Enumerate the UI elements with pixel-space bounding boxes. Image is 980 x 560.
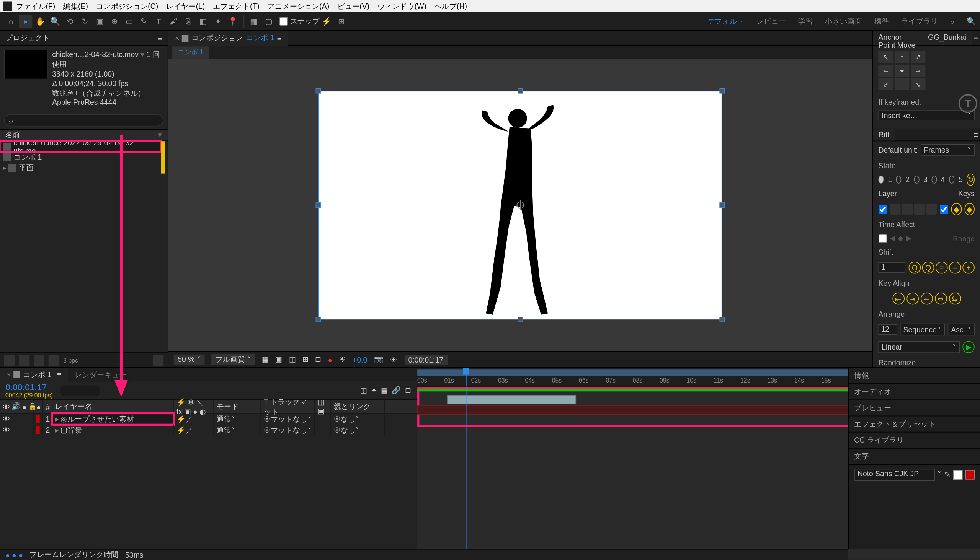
puppet-tool-icon[interactable]: 📍: [226, 15, 240, 28]
state-1-radio[interactable]: [878, 175, 884, 183]
shape-tool-icon[interactable]: ▭: [122, 15, 136, 28]
state-3-radio[interactable]: [914, 175, 919, 183]
channel-icon[interactable]: ●: [328, 355, 333, 363]
transform-handle[interactable]: [316, 317, 321, 322]
timeline-tab-comp[interactable]: × コンポ 1 ≡: [0, 368, 68, 382]
tab-rift[interactable]: Rift: [873, 128, 895, 141]
tl-toggle-icon[interactable]: ▤: [381, 386, 388, 395]
label-swatch[interactable]: [36, 426, 40, 434]
label-swatch[interactable]: [161, 152, 165, 163]
snap-more-icon[interactable]: ⊞: [334, 15, 348, 28]
search-icon[interactable]: 🔍: [967, 17, 976, 26]
exposure-value[interactable]: +0.0: [353, 355, 367, 363]
keys-chip[interactable]: ◆: [964, 203, 975, 215]
disclosure-icon[interactable]: ▸: [3, 164, 7, 173]
font-dropdown-icon[interactable]: ˅: [938, 470, 942, 479]
workspace-library[interactable]: ライブラリ: [901, 16, 938, 26]
footage-thumbnail[interactable]: [4, 50, 48, 79]
keys-checkbox[interactable]: [940, 205, 948, 213]
panel-character[interactable]: 文字: [849, 448, 980, 464]
time-affect-checkbox[interactable]: [878, 234, 887, 243]
timeline-tab-renderqueue[interactable]: レンダーキュー: [68, 368, 134, 382]
panel-info[interactable]: 情報: [849, 367, 980, 383]
panel-menu-icon[interactable]: ≡: [972, 31, 980, 45]
brush-tool-icon[interactable]: 🖌: [167, 15, 180, 28]
shift-btn[interactable]: =: [936, 262, 948, 274]
lock-icon[interactable]: [182, 35, 189, 42]
workspace-learn[interactable]: 学習: [798, 16, 813, 26]
transform-handle[interactable]: [720, 202, 725, 208]
menu-window[interactable]: ウィンドウ(W): [378, 1, 426, 11]
layer-chip[interactable]: [902, 204, 913, 215]
menu-help[interactable]: ヘルプ(H): [435, 1, 467, 11]
workspace-small[interactable]: 小さい画面: [825, 16, 862, 26]
menu-file[interactable]: ファイル(F): [16, 1, 55, 11]
shift-btn[interactable]: −: [949, 262, 961, 274]
panel-preview[interactable]: プレビュー: [849, 399, 980, 415]
trash-icon[interactable]: [153, 355, 164, 365]
close-icon[interactable]: ×: [7, 371, 11, 379]
transform-handle[interactable]: [720, 317, 725, 322]
visibility-toggle[interactable]: 👁: [3, 415, 11, 423]
snap-toggle[interactable]: スナップ: [279, 16, 319, 26]
zoom-tool-icon[interactable]: 🔍: [48, 15, 62, 28]
anchor-r-button[interactable]: →: [911, 65, 926, 77]
state-2-radio[interactable]: [896, 175, 901, 183]
guides-icon[interactable]: ⊡: [315, 355, 321, 364]
menu-edit[interactable]: 編集(E): [63, 1, 88, 11]
anchor-point-icon[interactable]: [516, 200, 525, 210]
current-time-indicator-line[interactable]: [466, 368, 467, 560]
next-icon[interactable]: ▶: [906, 234, 911, 243]
shift-input[interactable]: 1: [878, 262, 905, 273]
layer-chip[interactable]: [890, 204, 900, 215]
new-comp-icon[interactable]: [34, 355, 44, 365]
show-snapshot-icon[interactable]: 👁: [390, 355, 397, 363]
linear-dropdown[interactable]: Linear˅: [878, 341, 960, 353]
tab-anchor-point-move[interactable]: Anchor Point Move: [873, 31, 923, 45]
shift-btn[interactable]: +: [962, 262, 975, 274]
new-folder-icon[interactable]: [19, 355, 30, 365]
orbit-tool-icon[interactable]: ⟲: [63, 15, 77, 28]
align-btn[interactable]: ⇥: [906, 293, 918, 305]
pan-behind-tool-icon[interactable]: ⊕: [107, 15, 121, 28]
home-icon[interactable]: ⌂: [4, 15, 18, 28]
selection-tool-icon[interactable]: ▸: [19, 15, 32, 28]
label-swatch[interactable]: [161, 141, 165, 152]
shy-toggle[interactable]: ⚡: [176, 415, 186, 423]
hand-tool-icon[interactable]: ✋: [34, 15, 47, 28]
refresh-icon[interactable]: ↻: [967, 174, 975, 186]
text-tool-icon[interactable]: T: [152, 15, 166, 28]
anchor-tl-button[interactable]: ↖: [878, 51, 893, 63]
timeline-search-input[interactable]: [60, 385, 100, 396]
composition-canvas[interactable]: [318, 91, 722, 319]
panel-menu-icon[interactable]: ≡: [277, 34, 281, 42]
workspace-review[interactable]: レビュー: [756, 16, 786, 26]
transform-handle[interactable]: [720, 88, 725, 93]
grid-icon[interactable]: ⊞: [303, 355, 309, 364]
align-btn[interactable]: ⇆: [948, 293, 961, 305]
interpret-footage-icon[interactable]: [4, 355, 15, 365]
fill-color-swatch[interactable]: [953, 470, 963, 479]
sort-icon[interactable]: ▾: [158, 131, 162, 140]
toggle-transparency-icon[interactable]: ▦: [262, 355, 269, 364]
asc-dropdown[interactable]: Asc˅: [948, 323, 975, 336]
menu-composition[interactable]: コンポジション(C): [96, 1, 158, 11]
transform-handle[interactable]: [316, 88, 321, 93]
timeline-layer-row-2[interactable]: 👁 2 ▸▢ 背景 ⚡ ／ 通常 ˅ ☉ マットなし ˅ ☉ なし ˅: [0, 424, 416, 435]
marker-icon[interactable]: ◆: [898, 234, 903, 243]
panel-menu-icon[interactable]: ≡: [158, 34, 162, 42]
snap-checkbox[interactable]: [279, 17, 288, 26]
anchor-bl-button[interactable]: ↙: [878, 78, 893, 90]
menu-layer[interactable]: レイヤー(L): [166, 1, 205, 11]
panel-menu-icon[interactable]: ≡: [57, 371, 61, 379]
fx-toggle[interactable]: ／: [186, 425, 193, 435]
snap-opts-icon[interactable]: ⚡: [319, 15, 333, 28]
preview-time[interactable]: 0:00:01:17: [404, 355, 448, 364]
mask-mode-icon[interactable]: ▦: [247, 15, 260, 28]
timeline-layer-row-1[interactable]: 👁 1 ▸◎ ループさせたい素材 ⚡ ／ 通常 ˅ ☉ マットなし ˅ ☉ なし…: [0, 413, 416, 424]
project-settings-icon[interactable]: [48, 355, 59, 365]
clone-tool-icon[interactable]: ⎘: [182, 15, 195, 28]
toggle-mask-icon[interactable]: ▣: [275, 355, 282, 364]
transform-handle[interactable]: [518, 88, 523, 93]
project-item-footage[interactable]: chicken-dance-2022-09-29-02-04-32-utc.mo: [0, 141, 161, 152]
